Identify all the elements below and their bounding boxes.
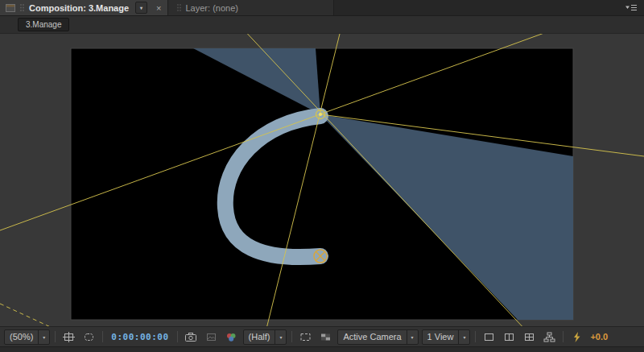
snapshot-button[interactable] (183, 329, 200, 344)
panel-grip-icon[interactable] (176, 3, 182, 12)
mask-path-icon (83, 332, 95, 342)
timecode-field[interactable]: 0:00:00:00 (108, 332, 171, 342)
toolbar-separator (291, 331, 292, 342)
composition-panel: Composition: 3.Manage ▾ × Layer: (none) (0, 0, 644, 352)
region-of-interest-button[interactable] (297, 329, 314, 344)
panel-bottom-strip (0, 346, 644, 352)
flowchart-button[interactable] (541, 329, 558, 344)
camera-view-dropdown[interactable]: Active Camera ▾ (337, 329, 418, 345)
transparency-grid-button[interactable] (317, 329, 334, 344)
close-icon[interactable]: × (156, 3, 161, 13)
show-last-snapshot-button[interactable] (203, 329, 220, 344)
panel-menu-button[interactable] (617, 0, 644, 15)
camera-icon (184, 332, 197, 342)
comp-nav-button[interactable]: 3.Manage (18, 18, 69, 31)
motion-path-dashed[interactable] (0, 304, 64, 326)
camera-view-value: Active Camera (338, 330, 406, 344)
view-layout-4-button[interactable] (521, 329, 538, 344)
panel-tab-bar: Composition: 3.Manage ▾ × Layer: (none) (0, 0, 644, 16)
tab-layer[interactable]: Layer: (none) (168, 0, 334, 15)
four-view-icon (523, 332, 535, 342)
viewport-pasteboard[interactable] (0, 34, 644, 326)
exposure-value[interactable]: +0.0 (588, 332, 608, 342)
chevron-down-icon: ▾ (275, 330, 286, 344)
resolution-value: (Half) (244, 330, 275, 344)
single-view-icon (483, 332, 495, 342)
panel-grip-icon[interactable] (19, 3, 25, 12)
toolbar-separator (55, 331, 56, 342)
tab-composition[interactable]: Composition: 3.Manage ▾ × (0, 0, 168, 15)
toolbar-separator (102, 331, 103, 342)
view-layout-value: 1 View (423, 330, 459, 344)
tab-composition-label: Composition: 3.Manage (29, 3, 129, 13)
panel-icon (6, 4, 15, 12)
resolution-dropdown[interactable]: (Half) ▾ (243, 329, 287, 345)
two-view-icon (503, 332, 515, 342)
chevron-down-icon: ▾ (407, 330, 418, 344)
mask-visibility-button[interactable] (80, 329, 97, 344)
magnification-value: (50%) (5, 330, 38, 344)
checkerboard-icon (320, 332, 332, 342)
photo-icon (205, 332, 217, 342)
flowchart-icon (543, 332, 555, 342)
rgb-channels-icon (225, 332, 237, 342)
view-layout-1-button[interactable] (481, 329, 497, 344)
magnification-dropdown[interactable]: (50%) ▾ (4, 329, 50, 345)
view-layout-2-button[interactable] (501, 329, 518, 344)
composition-view[interactable] (0, 34, 644, 326)
chevron-down-icon: ▾ (38, 330, 49, 344)
toolbar-separator (475, 331, 476, 342)
roi-icon (299, 332, 312, 342)
grid-icon (63, 332, 75, 342)
grid-guides-button[interactable] (60, 329, 77, 344)
toolbar-separator (563, 331, 564, 342)
viewport-toolbar: (50%) ▾ 0:00:00:00 (0, 326, 644, 346)
view-layout-dropdown[interactable]: 1 View ▾ (422, 329, 471, 345)
toolbar-separator (177, 331, 178, 342)
comp-navigator-row: 3.Manage (0, 16, 644, 34)
panel-menu-icon (624, 3, 638, 12)
tab-layer-label: Layer: (none) (186, 3, 238, 13)
adjust-exposure-button[interactable] (568, 329, 585, 344)
chevron-down-icon: ▾ (458, 330, 469, 344)
lightning-icon (572, 332, 581, 342)
chevron-down-icon[interactable]: ▾ (135, 2, 147, 14)
channels-button[interactable] (223, 329, 240, 344)
